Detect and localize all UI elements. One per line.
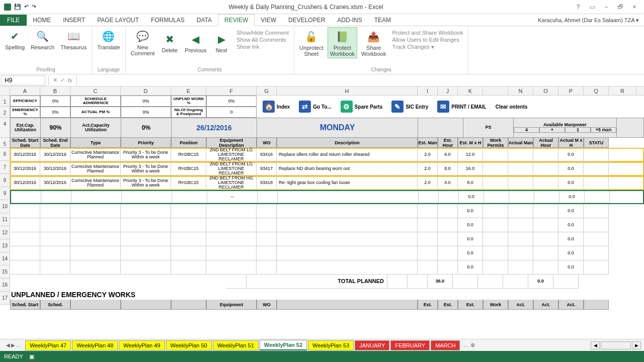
table-row[interactable]: 0.00.0 [10,204,644,218]
ribbon-tabs: FILE HOME INSERT PAGE LAYOUT FORMULAS DA… [0,14,644,26]
table-row[interactable]: 0.00.0 [10,218,644,232]
table-row[interactable]: 30/12/201630/12/2016Corrective Maintenan… [10,148,644,162]
save-icon[interactable]: 💾 [14,4,21,11]
kpi-actualpm-label: ACTUAL PM % [70,107,121,118]
sheet-tab[interactable]: WeeklyPlan 48 [72,340,118,350]
tab-review[interactable]: REVIEW [218,14,255,26]
ribbon-options-icon[interactable]: ▭ [586,2,599,12]
nav-clear-button[interactable]: Clear ontents [496,104,528,110]
sheet-tab[interactable]: JANUARY [355,340,389,350]
table-row[interactable]: 0.00.0 [10,246,644,260]
macro-icon[interactable]: ▣ [29,353,34,360]
kpi-ongoing-label: Nb.Of Ongoing & Postponed [171,107,206,118]
group-comments: Comments [129,66,291,73]
table-row[interactable]: 30/12/201630/12/2016Corrective Maintenan… [10,176,644,190]
share-workbook-button[interactable]: 📤Share Workbook [359,27,388,58]
tab-developer[interactable]: DEVELOPER [282,15,331,26]
translate-button[interactable]: 🌐Translate [95,27,122,51]
kpi-emergency-label: EMERGENCY % [10,107,40,118]
help-icon[interactable]: ? [572,2,585,12]
table-row[interactable]: 0.00.0 [10,232,644,246]
sheet-tab[interactable]: MARCH [431,340,460,350]
sheet-tab[interactable]: WeeklyPlan 47 [25,340,71,350]
unplanned-section-header: UNPLANNED / EMERGENCY WORKS [10,289,644,300]
group-changes: Changes [297,66,465,73]
plan-date: 26/12/2016 [172,118,257,137]
sheet-tab[interactable]: WeeklyPlan 51 [213,340,259,350]
table-row[interactable]: 30/12/201630/12/2016Corrective Maintenan… [10,162,644,176]
window-title: Weekly & Daily Planning_Crushers & Crane… [40,4,572,11]
new-comment-button[interactable]: 💬New Comment [129,27,157,57]
protect-share-workbook[interactable]: Protect and Share Workbook [390,29,465,36]
tab-team[interactable]: TEAM [368,15,397,26]
show-ink[interactable]: Show Ink [234,43,291,50]
ribbon: ✔Spelling 🔍Research 📖Thesaurus Proofing … [0,26,644,74]
table-row[interactable]: ↔0.00.0 [10,190,644,204]
nav-goto-button[interactable]: ⇄Go To... [299,101,331,113]
spreadsheet-grid[interactable]: ABCDEFGHIJKNOPQR 1245 678910111213141516… [0,86,644,310]
delete-comment-button[interactable]: ✖Delete [158,27,181,57]
name-box[interactable] [1,75,45,85]
tab-add-ins[interactable]: ADD-INS [331,15,368,26]
plan-day: MONDAY [257,118,418,137]
restore-button[interactable]: 🗗 [614,2,627,12]
group-language: Language [95,66,122,73]
sheet-tab-bar: ◀▶… WeeklyPlan 47 WeeklyPlan 48 WeeklyPl… [0,339,644,351]
research-button[interactable]: 🔍Research [29,27,56,51]
show-all-comments[interactable]: Show All Comments [234,36,291,43]
nav-sic-button[interactable]: ✎SIC Entry [391,101,428,113]
sheet-tab[interactable]: WeeklyPlan 49 [119,340,165,350]
protect-workbook-button[interactable]: 📗Protect Workbook [328,27,357,58]
sheet-dots[interactable]: … ⊕ [461,342,476,348]
total-row: TOTAL PLANNED36.00.0 [10,275,644,289]
row-headers: 1245 67891011121314151617 [0,96,10,310]
table-row[interactable]: 0.00.0 [10,260,644,275]
tab-insert[interactable]: INSERT [57,15,91,26]
hscroll-right[interactable]: ▶ [632,341,641,349]
sheet-tab-active[interactable]: WeeklyPlan 52 [260,340,307,350]
unprotect-sheet-button[interactable]: 🔓Unprotect Sheet [297,27,326,58]
kpi-efficiency-label: EFFICIENCY [10,96,40,107]
minimize-button[interactable]: − [600,2,613,12]
tab-view[interactable]: VIEW [255,15,282,26]
status-bar: READY ▣ [0,351,644,362]
user-account[interactable]: Karacuha, Ahmet (Dar Es Salaam) TZA ▾ [533,15,644,26]
file-tab[interactable]: FILE [0,15,27,26]
spelling-button[interactable]: ✔Spelling [3,27,27,51]
status-text: READY [4,353,23,359]
fx-controls: ✕✓fx [48,75,77,85]
hscroll-thumb[interactable] [601,341,631,349]
plan-column-headers: Sched. Start DateSched. End DateTypePrio… [10,138,644,148]
hscroll-left[interactable]: ◀ [591,341,600,349]
sheet-tab[interactable]: WeeklyPlan 53 [308,340,354,350]
undo-icon[interactable]: ↶ [24,4,29,11]
kpi-schedule-label: SCHEDULE ADHERENCE [70,96,121,107]
kpi-unplanned-label: UNPLND WORK % [171,96,206,107]
sheet-nav-first[interactable]: ◀ [6,342,10,348]
excel-icon [4,4,11,11]
sheet-nav-prev[interactable]: ▶ [11,342,15,348]
sheet-tab[interactable]: WeeklyPlan 50 [166,340,212,350]
show-hide-comment[interactable]: Show/Hide Comment [234,29,291,36]
previous-comment-button[interactable]: ◀Previous [183,27,208,57]
tab-home[interactable]: HOME [27,15,57,26]
group-proofing: Proofing [3,66,89,73]
thesaurus-button[interactable]: 📖Thesaurus [58,27,89,51]
nav-spare-button[interactable]: ⚙Spare Parts [341,101,383,113]
close-button[interactable]: × [628,2,641,12]
tab-page-layout[interactable]: PAGE LAYOUT [91,15,145,26]
title-bar: 💾 ↶ ↷ Weekly & Daily Planning_Crushers &… [0,0,644,14]
nav-print-button[interactable]: ✉PRINT / EMAIL [437,101,486,113]
formula-input[interactable] [79,79,644,81]
tab-formulas[interactable]: FORMULAS [145,15,191,26]
formula-bar: ✕✓fx [0,74,644,86]
unplanned-column-headers: Sched. StartSched.EquipmentWOEst.Est.Est… [10,300,644,310]
track-changes[interactable]: Track Changes ▾ [390,43,465,51]
quick-access-toolbar: 💾 ↶ ↷ [0,4,40,11]
redo-icon[interactable]: ↷ [32,4,36,11]
allow-users-edit-ranges[interactable]: Allow Users to Edit Ranges [390,36,465,43]
nav-index-button[interactable]: 🏠Index [263,101,290,113]
sheet-tab[interactable]: FEBRUARY [390,340,430,350]
tab-data[interactable]: DATA [191,15,218,26]
next-comment-button[interactable]: ▶Next [210,27,232,57]
